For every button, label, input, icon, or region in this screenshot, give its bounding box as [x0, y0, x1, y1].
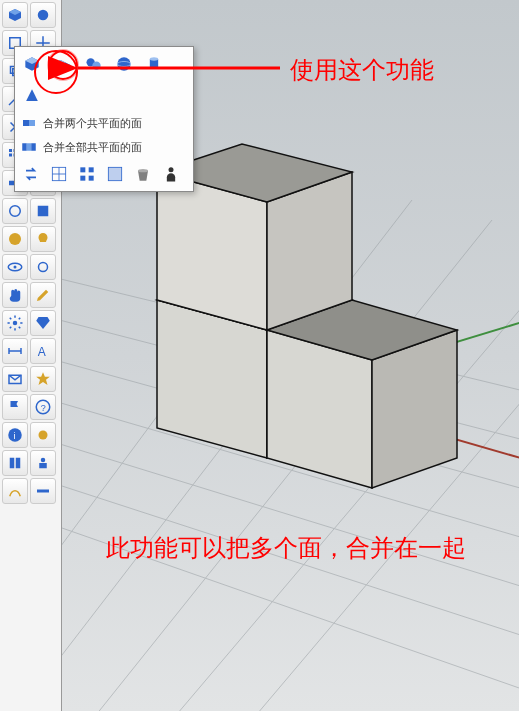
tool-cube2-icon[interactable] — [30, 2, 56, 28]
flyout-bucket-icon[interactable] — [130, 161, 156, 187]
flyout-icon-row-3 — [15, 159, 193, 191]
svg-point-21 — [38, 10, 49, 21]
tool-env-icon[interactable] — [2, 366, 28, 392]
svg-rect-68 — [27, 143, 32, 151]
svg-rect-75 — [80, 176, 85, 181]
svg-rect-77 — [108, 167, 121, 180]
tool-rot-icon[interactable] — [30, 254, 56, 280]
svg-line-3 — [62, 500, 519, 710]
flyout-tooltip-2: 合并全部共平面的面 — [43, 140, 142, 155]
tool-gem-icon[interactable] — [30, 310, 56, 336]
svg-point-61 — [117, 57, 130, 70]
flyout-tooltip-row-1: 合并两个共平面的面 — [15, 111, 193, 135]
flyout-grid-c-icon[interactable] — [102, 161, 128, 187]
tool-color-icon[interactable] — [2, 226, 28, 252]
svg-text:i: i — [14, 431, 16, 441]
tool-text-icon[interactable]: A — [30, 338, 56, 364]
svg-point-79 — [138, 169, 148, 172]
tool-gear-icon[interactable] — [2, 310, 28, 336]
flyout-cone-icon[interactable] — [18, 82, 46, 110]
tool-extra1-icon[interactable] — [30, 422, 56, 448]
svg-rect-57 — [39, 463, 47, 468]
svg-line-2 — [62, 460, 519, 655]
tool-extra3-icon[interactable] — [30, 450, 56, 476]
tool-help-icon[interactable]: ? — [30, 394, 56, 420]
flyout-icon-row-1 — [15, 47, 193, 111]
flyout-repeat-icon[interactable] — [18, 161, 44, 187]
tool-hand-icon[interactable] — [2, 282, 28, 308]
svg-point-60 — [92, 62, 100, 70]
svg-rect-33 — [9, 154, 12, 157]
flyout-sphere-icon[interactable] — [110, 50, 138, 78]
flyout-cube-tri-icon[interactable] — [80, 50, 108, 78]
svg-point-56 — [41, 458, 46, 463]
svg-rect-67 — [22, 143, 27, 151]
tool-lamp-icon[interactable] — [30, 226, 56, 252]
svg-rect-30 — [9, 149, 12, 152]
svg-rect-76 — [89, 176, 94, 181]
tool-circle-icon[interactable] — [2, 198, 28, 224]
svg-point-40 — [9, 233, 21, 245]
tool-extra2-icon[interactable] — [2, 450, 28, 476]
svg-rect-69 — [31, 143, 36, 151]
tool-extra4-icon[interactable] — [2, 478, 28, 504]
tool-extra5-icon[interactable] — [30, 478, 56, 504]
tool-star-icon[interactable] — [30, 366, 56, 392]
flyout-tooltip-row-2: 合并全部共平面的面 — [15, 135, 193, 159]
svg-point-64 — [150, 57, 158, 60]
tool-view-icon[interactable] — [2, 254, 28, 280]
svg-rect-54 — [10, 458, 15, 469]
toolbar-flyout: 合并两个共平面的面 合并全部共平面的面 — [14, 46, 194, 192]
svg-rect-55 — [16, 458, 21, 469]
svg-rect-66 — [29, 120, 35, 126]
svg-rect-53 — [39, 431, 48, 440]
flyout-merge-two-icon[interactable] — [19, 113, 39, 133]
flyout-grid-a-icon[interactable] — [46, 161, 72, 187]
flyout-cube-icon[interactable] — [18, 50, 46, 78]
svg-rect-39 — [38, 206, 49, 217]
svg-point-38 — [10, 206, 21, 217]
svg-point-80 — [169, 167, 174, 172]
svg-text:A: A — [38, 345, 46, 359]
svg-rect-65 — [23, 120, 29, 126]
svg-rect-73 — [80, 167, 85, 172]
flyout-tooltip-1: 合并两个共平面的面 — [43, 116, 142, 131]
flyout-person-icon[interactable] — [158, 161, 184, 187]
flyout-merge-all-icon[interactable] — [19, 137, 39, 157]
tool-pen-icon[interactable] — [30, 282, 56, 308]
svg-text:?: ? — [41, 403, 46, 413]
svg-rect-74 — [89, 167, 94, 172]
flyout-cylinder-icon[interactable] — [140, 50, 168, 78]
flyout-grid-b-icon[interactable] — [74, 161, 100, 187]
tool-cube-icon[interactable] — [2, 2, 28, 28]
tool-sq-icon[interactable] — [30, 198, 56, 224]
svg-point-43 — [13, 321, 18, 326]
tool-flag-icon[interactable] — [2, 394, 28, 420]
tool-dim-icon[interactable] — [2, 338, 28, 364]
svg-point-42 — [14, 266, 17, 269]
tool-info-icon[interactable]: i — [2, 422, 28, 448]
svg-rect-58 — [37, 490, 49, 493]
flyout-double-cube-icon[interactable] — [48, 50, 78, 80]
